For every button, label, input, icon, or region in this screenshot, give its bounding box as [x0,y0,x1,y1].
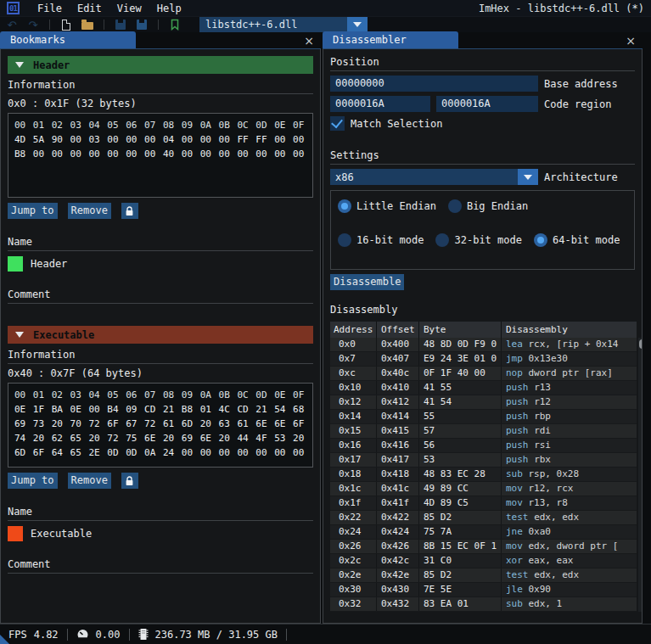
cell-address: 0x14 [330,410,377,423]
table-row[interactable]: 0x26 0x426 8B 15 EC 0F 1 mov edx, dword … [330,540,637,554]
radio-icon[interactable] [338,233,351,247]
cell-address: 0x0 [330,338,377,351]
architecture-options-group: Little Endian Big Endian [330,190,635,270]
remove-button[interactable]: Remove [68,203,111,219]
save-icon[interactable] [114,18,127,31]
cell-bytes: 48 83 EC 28 [419,468,502,481]
table-row[interactable]: 0x22 0x422 85 D2 test edx, edx [330,511,637,525]
menu-item[interactable]: File [30,3,70,14]
close-icon[interactable]: × [304,33,314,48]
lock-button[interactable] [121,473,138,489]
open-file-icon[interactable] [81,18,94,31]
hex-dump: 00 01 02 03 04 05 06 07 08 09 0A 0B 0C 0… [8,383,313,468]
column-header-disassembly[interactable]: Disassembly [502,322,626,338]
radio-icon[interactable] [534,233,547,247]
menu-item[interactable]: Help [149,3,189,14]
tab-disassembler[interactable]: Disassembler [323,31,458,48]
table-row[interactable]: 0x7 0x407 E9 24 3E 01 0 jmp 0x13e30 [330,352,637,367]
scrollbar-thumb[interactable] [639,339,643,349]
close-icon[interactable]: × [626,33,636,48]
table-row[interactable]: 0x10 0x410 41 55 push r13 [330,381,637,395]
imhex-window: 01 FileEditViewHelp ImHex - libstdc++-6.… [0,0,651,644]
table-row[interactable]: 0x1c 0x41c 49 89 CC mov r12, rcx [330,482,637,496]
code-region-end-input[interactable]: 0000016A [436,96,538,112]
redo-icon[interactable]: ↷ [26,18,40,31]
radio-icon[interactable] [338,199,351,213]
match-selection-checkbox[interactable] [330,116,345,131]
base-address-input[interactable]: 00000000 [330,76,538,92]
bookmark-color-swatch[interactable] [8,526,23,541]
file-selector-dropdown[interactable]: libstdc++-6.dll [199,17,368,32]
bookmark-icon[interactable] [168,18,182,31]
bookmark-name-value[interactable]: Header [31,258,67,270]
table-row[interactable]: 0x0 0x400 48 8D 0D F9 0 lea rcx, [rip + … [330,338,637,352]
table-scrollbar[interactable] [638,338,643,612]
workspace: Bookmarks × Header Information 0x0 : 0x1… [0,32,651,624]
cell-offset: 0x407 [377,352,419,366]
table-row[interactable]: 0x1f 0x41f 4D 89 C5 mov r13, r8 [330,496,637,511]
cell-address: 0x12 [330,395,377,409]
cell-bytes: 85 D2 [419,511,502,524]
undo-icon[interactable]: ↶ [5,18,19,31]
comment-label: Comment [8,558,313,570]
jump-to-button[interactable]: Jump to [8,473,58,489]
table-row[interactable]: 0x14 0x414 55 push rbp [330,410,637,424]
table-row[interactable]: 0xc 0x40c 0F 1F 40 00 nop dword ptr [rax… [330,367,637,381]
dropdown-arrow-icon[interactable] [518,169,538,185]
bookmark-section-header[interactable]: Executable [8,326,313,344]
radio-option[interactable]: 64-bit mode [534,233,620,247]
new-file-icon[interactable] [59,18,73,31]
cell-bytes: 53 [419,453,502,467]
cell-address: 0x32 [330,597,377,611]
bookmark-color-swatch[interactable] [8,256,23,272]
radio-label: 64-bit mode [553,234,620,246]
architecture-dropdown[interactable]: x86 [330,169,538,185]
lock-button[interactable] [121,203,138,219]
cell-offset: 0x430 [377,583,419,596]
dropdown-arrow-icon[interactable] [347,17,368,32]
bookmark-name-value[interactable]: Executable [31,528,92,540]
radio-option[interactable]: Big Endian [448,199,528,213]
save-as-icon[interactable] [135,18,149,31]
toolbar-separator [104,20,104,30]
hex-dump-row: B8 00 00 00 00 00 00 00 40 00 00 00 00 0… [14,147,312,161]
table-row[interactable]: 0x32 0x432 83 EA 01 sub edx, 1 [330,597,637,612]
table-row[interactable]: 0x17 0x417 53 push rbx [330,453,637,468]
radio-option[interactable]: 16-bit mode [338,233,424,247]
table-row[interactable]: 0x24 0x424 75 7A jne 0xa0 [330,525,637,540]
cell-address: 0x2c [330,554,377,568]
radio-icon[interactable] [435,233,449,247]
menu-item[interactable]: View [109,3,149,14]
cell-address: 0x16 [330,439,377,452]
table-row[interactable]: 0x18 0x418 48 83 EC 28 sub rsp, 0x28 [330,468,637,482]
cell-bytes: 0F 1F 40 00 [419,367,502,380]
file-selector-value: libstdc++-6.dll [199,19,347,31]
radio-option[interactable]: 32-bit mode [435,233,521,247]
radio-label: Little Endian [356,200,436,212]
menu-item[interactable]: Edit [70,3,109,14]
table-row[interactable]: 0x16 0x416 56 push rsi [330,439,637,453]
tab-bookmarks[interactable]: Bookmarks [0,31,136,48]
column-header-byte[interactable]: Byte [419,322,502,338]
cell-bytes: 57 [419,424,502,438]
bookmark-section-header[interactable]: Header [8,56,313,74]
table-row[interactable]: 0x12 0x412 41 54 push r12 [330,395,637,410]
radio-option[interactable]: Little Endian [338,199,436,213]
remove-button[interactable]: Remove [68,473,111,489]
table-row[interactable]: 0x2c 0x42c 31 C0 xor eax, eax [330,554,637,568]
table-row[interactable]: 0x30 0x430 7E 5E jle 0x90 [330,583,637,597]
cell-bytes: 41 54 [419,395,502,409]
column-header-address[interactable]: Address [330,322,377,338]
cell-bytes: 85 D2 [419,568,502,582]
resize-grip[interactable] [0,635,9,644]
code-region-start-input[interactable]: 0000016A [330,96,430,112]
name-label: Name [8,236,313,248]
table-row[interactable]: 0x15 0x415 57 push rdi [330,424,637,439]
table-row[interactable]: 0x2e 0x42e 85 D2 test edx, edx [330,568,637,583]
column-header-offset[interactable]: Offset [377,322,419,338]
radio-icon[interactable] [448,199,462,213]
cell-bytes: 55 [419,410,502,423]
jump-to-button[interactable]: Jump to [8,203,58,219]
fps-value: 4.82 [34,629,59,641]
disassemble-button[interactable]: Disassemble [330,274,404,290]
